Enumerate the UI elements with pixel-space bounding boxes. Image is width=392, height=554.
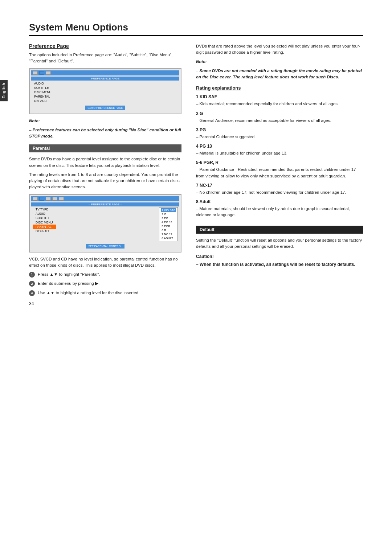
caution-text: – When this function is activated, all s…	[196, 261, 363, 268]
rating-3-number: 3 PG	[196, 127, 363, 133]
screen-item-subtitle: SUBTITLE	[31, 86, 179, 90]
screen-opt-1: 1 KID SAF	[161, 208, 176, 212]
rating-2-number: 2 G	[196, 110, 363, 117]
screen-label-audio: AUDIO	[33, 212, 56, 216]
rating-8-desc: – Mature materials; should be viewed onl…	[196, 206, 363, 218]
rating-3-desc: – Parental Guidance suggested.	[196, 134, 363, 140]
screen-label-default: DEFAULT	[33, 229, 56, 233]
language-tab: English	[0, 80, 8, 101]
note-italic-text: – Some DVDs are not encoded with a ratin…	[196, 68, 363, 81]
screen-opt-7: 7 NC 17	[161, 232, 176, 236]
page-title: System Menu Options	[29, 22, 363, 36]
screen-parental-rows: TV TYPE AUDIO SUBTITLE DISC MENU PARENTA…	[31, 207, 179, 241]
page-container: English System Menu Options Preference P…	[0, 0, 392, 321]
rating-8: 8 Adult – Mature materials; should be vi…	[196, 198, 363, 218]
parental-para3: VCD, SVCD and CD have no level indicatio…	[29, 256, 181, 269]
screen-icon-2	[39, 71, 44, 75]
screen-icon-c	[46, 197, 51, 201]
default-section: Default Setting the "Default" function w…	[196, 226, 363, 268]
screen-labels: TV TYPE AUDIO SUBTITLE DISC MENU PARENTA…	[33, 207, 56, 241]
note-label-right: Note:	[196, 59, 363, 65]
rating-8-number: 8 Adult	[196, 198, 363, 205]
step-1: 1 Press ▲▼ to highlight "Parental".	[29, 271, 181, 278]
dvd-note: DVDs that are rated above the level you …	[196, 43, 363, 56]
rating-5-6-desc: – Parental Guidance - Restricted; recomm…	[196, 167, 363, 179]
language-tab-label: English	[2, 83, 6, 98]
rating-1: 1 KID SAF – Kids material; recommended e…	[196, 94, 363, 107]
screen-menu-label-2: – PREFERENCE PAGE –	[31, 202, 179, 206]
rating-2: 2 G – General Audience; recommended as a…	[196, 110, 363, 124]
screen-top-bar-2	[31, 196, 179, 201]
preference-page-title: Preference Page	[29, 43, 181, 49]
rating-5-6-number: 5-6 PGR, R	[196, 159, 363, 166]
screen-icon-3	[46, 71, 51, 75]
screen-item-parental: PARENTAL	[31, 94, 179, 99]
rating-explanations-title: Rating explanations	[196, 85, 363, 91]
screen-mockup-2: – PREFERENCE PAGE – TV TYPE AUDIO SUBTIT…	[29, 194, 181, 253]
screen-icon-a	[33, 197, 38, 201]
step-1-number: 1	[29, 272, 35, 278]
step-2-number: 2	[29, 281, 35, 287]
set-parental-button[interactable]: SET PARENTAL CONTROL	[86, 244, 124, 249]
caution-label: Caution!	[196, 253, 363, 260]
screen-mockup-1: – PREFERENCE PAGE – AUDIO SUBTITLE DISC …	[29, 68, 181, 114]
screen-label-subtitle: SUBTITLE	[33, 216, 56, 220]
screen-opt-4: 4 PG 13	[161, 220, 176, 224]
step-3-text: Use ▲▼ to highlight a rating level for t…	[38, 290, 139, 296]
step-3-number: 3	[29, 290, 35, 296]
screen-item-disc-menu: DISC MENU	[31, 90, 179, 94]
rating-2-desc: – General Audience; recommended as accep…	[196, 118, 363, 124]
screen-icon-1	[33, 71, 38, 75]
screen-icons-1	[33, 71, 51, 75]
parental-para1: Some DVDs may have a parental level assi…	[29, 156, 181, 169]
screen-item-default: DEFAULT	[31, 99, 179, 103]
screen-label-discmenu: DISC MENU	[33, 220, 56, 225]
default-header: Default	[196, 226, 363, 234]
screen-opt-6: 6 R	[161, 228, 176, 232]
note-label-1: Note:	[29, 118, 181, 124]
rating-5-6: 5-6 PGR, R – Parental Guidance - Restric…	[196, 159, 363, 179]
right-column: DVDs that are rated above the level you …	[196, 43, 363, 299]
screen-icon-b	[39, 197, 44, 201]
rating-7-desc: – No children under age 17; not recommen…	[196, 189, 363, 196]
screen-opt-3: 3 PG	[161, 216, 176, 220]
default-para: Setting the "Default" function will rese…	[196, 237, 363, 250]
screen-item-audio: AUDIO	[31, 81, 179, 86]
screen-icons-2	[33, 197, 64, 201]
caution-block: Caution! – When this function is activat…	[196, 253, 363, 268]
screen-icon-d	[52, 197, 57, 201]
preference-page-section: Preference Page The options included in …	[29, 43, 181, 139]
parental-para2: The rating levels are from 1 to 8 and ar…	[29, 172, 181, 190]
left-column: Preference Page The options included in …	[29, 43, 181, 299]
rating-3: 3 PG – Parental Guidance suggested.	[196, 127, 363, 140]
parental-header: Parental	[29, 144, 181, 152]
parental-section: Parental Some DVDs may have a parental l…	[29, 144, 181, 296]
screen-label-parental: PARENTAL	[33, 225, 56, 229]
screen-opt-8: 8 ADULT	[161, 236, 176, 240]
screen-menu-label-1: – PREFERENCE PAGE –	[31, 77, 179, 81]
page-number: 34	[29, 301, 34, 306]
screen-label-tvtype: TV TYPE	[33, 207, 56, 212]
preference-page-intro: The options included in Preference page …	[29, 52, 181, 65]
step-1-text: Press ▲▼ to highlight "Parental".	[38, 271, 100, 278]
rating-4-number: 4 PG 13	[196, 143, 363, 149]
screen-icon-e	[59, 197, 64, 201]
screen-opt-2: 2 G	[161, 212, 176, 216]
step-2: 2 Enter its submenu by pressing ▶.	[29, 280, 181, 287]
screen-top-bar-1	[31, 70, 179, 75]
rating-4: 4 PG 13 – Material is unsuitable for chi…	[196, 143, 363, 156]
screen-options: 1 KID SAF 2 G 3 PG 4 PG 13 5 PGR 6 R 7 N…	[159, 207, 178, 241]
screen-opt-5: 5 PGR	[161, 224, 176, 228]
note-text-1: – Preference features can be selected on…	[29, 127, 181, 140]
rating-explanations-section: Rating explanations 1 KID SAF – Kids mat…	[196, 85, 363, 218]
main-content: Preference Page The options included in …	[29, 43, 363, 299]
rating-4-desc: – Material is unsuitable for children un…	[196, 150, 363, 156]
rating-7-number: 7 NC-17	[196, 182, 363, 189]
step-3: 3 Use ▲▼ to highlight a rating level for…	[29, 290, 181, 296]
rating-1-desc: – Kids material; recommended especially …	[196, 101, 363, 107]
rating-1-number: 1 KID SAF	[196, 94, 363, 100]
rating-7: 7 NC-17 – No children under age 17; not …	[196, 182, 363, 196]
step-2-text: Enter its submenu by pressing ▶.	[38, 280, 99, 287]
goto-preference-button[interactable]: GOTO PREFERENCE PAGE	[85, 106, 125, 110]
